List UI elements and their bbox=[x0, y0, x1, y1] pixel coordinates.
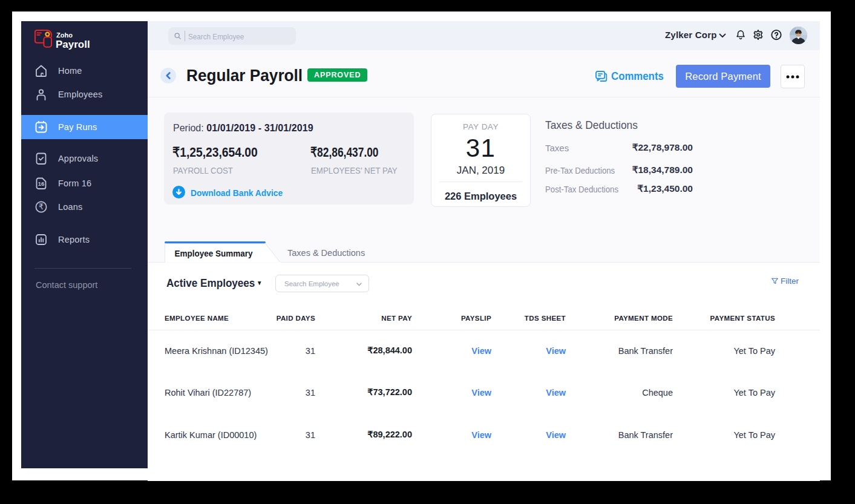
svg-text:16: 16 bbox=[38, 180, 45, 187]
svg-text:₹: ₹ bbox=[39, 202, 44, 211]
